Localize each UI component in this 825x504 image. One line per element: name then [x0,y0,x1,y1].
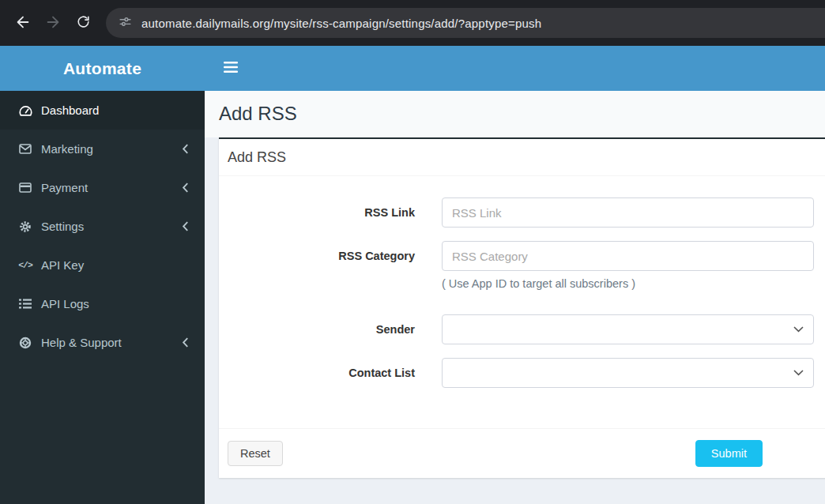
sidebar-item-help-support[interactable]: Help & Support [0,323,205,362]
rss-category-label: RSS Category [231,250,415,262]
content-header: Add RSS [205,91,825,137]
form-row-contact-list: Contact List [231,358,814,388]
sidebar-item-dashboard[interactable]: Dashboard [0,91,205,130]
browser-back-button[interactable] [8,8,38,38]
reload-icon [76,14,91,32]
add-rss-form: RSS Link RSS Category ( Use App ID to ta… [219,176,825,428]
chevron-left-icon [182,144,189,154]
main-area: Add RSS Add RSS RSS Link RSS Category ( … [205,46,825,504]
sidebar-item-label: Payment [41,181,182,194]
hamburger-icon [224,62,238,75]
code-icon: </> [17,260,33,270]
sidebar-item-label: Settings [41,220,182,233]
sender-select-wrap [442,314,814,344]
rss-link-label: RSS Link [231,206,415,219]
reset-button[interactable]: Reset [228,441,283,466]
url-text: automate.dailymails.org/mysite/rss-campa… [141,17,541,30]
add-rss-card: Add RSS RSS Link RSS Category ( Use App … [219,137,825,478]
dashboard-icon [17,104,33,117]
browser-forward-button[interactable] [38,8,68,38]
sidebar-item-payment[interactable]: Payment [0,168,205,207]
sidebar: Automate Dashboard Marketing [0,46,205,504]
sidebar-item-settings[interactable]: Settings [0,207,205,246]
gear-icon [17,220,33,233]
app-frame: Automate Dashboard Marketing [0,46,825,504]
contact-list-label: Contact List [231,367,415,379]
submit-button[interactable]: Submit [695,440,763,467]
page-title: Add RSS [219,103,811,125]
sidebar-item-label: Dashboard [41,103,189,117]
rss-category-help-text: ( Use App ID to target all subscribers ) [442,277,814,290]
sender-select[interactable] [442,314,814,344]
rss-category-input[interactable] [442,241,814,271]
sidebar-item-marketing[interactable]: Marketing [0,130,205,168]
form-row-sender: Sender [231,314,814,344]
list-icon [17,299,33,309]
support-icon [17,337,33,349]
contact-list-select-wrap [442,358,814,388]
sidebar-item-label: API Key [41,258,189,272]
rss-link-input[interactable] [442,197,814,228]
brand-logo[interactable]: Automate [0,46,205,91]
browser-reload-button[interactable] [68,8,98,38]
sidebar-item-api-logs[interactable]: API Logs [0,284,205,323]
sidebar-menu: Dashboard Marketing Payment [0,91,205,362]
browser-toolbar: automate.dailymails.org/mysite/rss-campa… [0,0,825,46]
sidebar-item-api-key[interactable]: </> API Key [0,246,205,284]
form-row-rss-link: RSS Link [231,197,814,228]
sidebar-item-label: Help & Support [41,336,182,349]
contact-list-select[interactable] [442,358,814,388]
envelope-icon [17,144,33,154]
card-footer: Reset Submit [219,428,825,478]
address-bar[interactable]: automate.dailymails.org/mysite/rss-campa… [106,8,825,38]
top-navbar [205,46,825,91]
chevron-left-icon [182,182,189,193]
sidebar-item-label: API Logs [41,297,189,310]
content-body: Add RSS RSS Link RSS Category ( Use App … [205,137,825,504]
sidebar-toggle-button[interactable] [219,57,243,80]
site-info-icon[interactable] [119,15,132,32]
form-row-rss-category: RSS Category ( Use App ID to target all … [231,241,814,301]
back-arrow-icon [14,13,32,33]
forward-arrow-icon [44,13,62,33]
card-title: Add RSS [219,139,825,176]
sender-label: Sender [231,323,415,336]
chevron-left-icon [182,221,189,231]
sidebar-item-label: Marketing [41,142,182,156]
chevron-left-icon [182,337,189,348]
credit-card-icon [17,182,33,193]
